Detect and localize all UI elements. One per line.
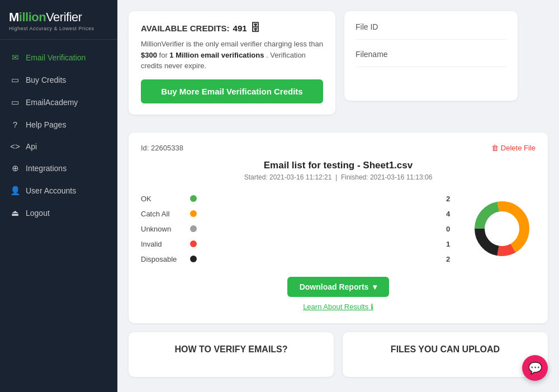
download-section: Download Reports ▾ Learn About Results ℹ — [141, 277, 536, 311]
sidebar-item-label: User Accounts — [26, 186, 76, 195]
how-to-verify-card: HOW TO VERIFY EMAILS? — [129, 332, 334, 377]
trash-icon: 🗑 — [491, 144, 499, 152]
sidebar-item-integrations[interactable]: ⊕ Integrations — [0, 157, 117, 180]
main-content: AVAILABLE CREDITS: 491 🗄 MillionVerifier… — [117, 0, 559, 392]
stat-row-catchall: Catch All 4 — [141, 206, 457, 221]
svg-point-5 — [486, 213, 518, 244]
credits-title: AVAILABLE CREDITS: 491 🗄 — [141, 22, 323, 34]
catchall-dot — [190, 210, 197, 217]
dropdown-arrow-icon: ▾ — [373, 282, 377, 291]
unknown-dot — [190, 225, 197, 232]
download-reports-button[interactable]: Download Reports ▾ — [287, 277, 390, 297]
sidebar-item-label: Buy Credits — [26, 75, 66, 84]
right-panel: File ID Filename — [344, 11, 518, 101]
email-icon: ✉ — [10, 53, 20, 63]
info-icon: ℹ — [371, 303, 373, 311]
user-icon: 👤 — [10, 186, 20, 196]
learn-about-results-link[interactable]: Learn About Results ℹ — [141, 303, 536, 311]
brand-verifier: Verifier — [46, 10, 82, 24]
file-id-field: File ID — [356, 22, 506, 40]
file-dates: Started: 2021-03-16 11:12:21 | Finished:… — [141, 173, 536, 181]
sidebar-item-help-pages[interactable]: ? Help Pages — [0, 114, 117, 135]
sidebar-item-label: Logout — [26, 209, 50, 218]
file-name: Email list for testing - Sheet1.csv — [141, 160, 536, 171]
filename-field: Filename — [356, 50, 506, 67]
logo: MillionVerifier Highest Accuracy & Lowes… — [0, 0, 117, 40]
stat-row-disposable: Disposable 2 — [141, 252, 457, 267]
file-id: Id: 22605338 — [141, 144, 183, 152]
files-upload-card: FILES YOU CAN UPLOAD — [343, 332, 548, 377]
invalid-dot — [190, 240, 197, 247]
file-card-header: Id: 22605338 🗑 Delete File — [141, 144, 536, 152]
sidebar: MillionVerifier Highest Accuracy & Lowes… — [0, 0, 117, 392]
sidebar-item-buy-credits[interactable]: ▭ Buy Credits — [0, 69, 117, 91]
credits-card: AVAILABLE CREDITS: 491 🗄 MillionVerifier… — [129, 11, 335, 115]
delete-file-link[interactable]: 🗑 Delete File — [491, 144, 536, 152]
api-icon: <> — [10, 141, 20, 151]
how-to-verify-title: HOW TO VERIFY EMAILS? — [141, 344, 321, 355]
stats-table: OK 2 Catch All 4 Unknown 0 Invalid — [141, 191, 457, 267]
sidebar-item-label: Help Pages — [26, 120, 66, 129]
credits-label: AVAILABLE CREDITS: — [141, 23, 230, 33]
credits-description: MillionVerifier is the only email verifi… — [141, 39, 323, 72]
ok-dot — [190, 195, 197, 202]
sidebar-item-email-verification[interactable]: ✉ Email Verification — [0, 46, 117, 69]
database-icon: 🗄 — [250, 22, 260, 34]
credit-card-icon: ▭ — [10, 75, 20, 85]
brand-million: Million — [9, 10, 46, 24]
stat-row-ok: OK 2 — [141, 191, 457, 206]
stat-row-invalid: Invalid 1 — [141, 237, 457, 252]
chat-icon: 💬 — [528, 361, 542, 375]
donut-chart — [468, 195, 536, 262]
stat-row-unknown: Unknown 0 — [141, 221, 457, 237]
sidebar-item-label: Integrations — [26, 164, 67, 173]
sidebar-item-label: Email Verification — [26, 53, 86, 62]
file-card: Id: 22605338 🗑 Delete File Email list fo… — [129, 133, 548, 323]
email-academy-icon: ▭ — [10, 97, 20, 107]
disposable-dot — [190, 256, 197, 262]
chat-button[interactable]: 💬 — [522, 355, 548, 381]
files-upload-title: FILES YOU CAN UPLOAD — [355, 344, 536, 355]
integrations-icon: ⊕ — [10, 163, 20, 173]
top-row: AVAILABLE CREDITS: 491 🗄 MillionVerifier… — [129, 11, 548, 124]
nav-menu: ✉ Email Verification ▭ Buy Credits ▭ Ema… — [0, 40, 117, 392]
logout-icon: ⏏ — [10, 208, 20, 218]
brand-name: MillionVerifier — [9, 10, 108, 25]
sidebar-item-label: EmailAcademy — [26, 98, 78, 107]
brand-tagline: Highest Accuracy & Lowest Prices — [9, 26, 108, 31]
buy-credits-button[interactable]: Buy More Email Verification Credits — [141, 79, 323, 103]
sidebar-item-label: Api — [26, 142, 37, 151]
file-content: OK 2 Catch All 4 Unknown 0 Invalid — [141, 191, 536, 267]
sidebar-item-api[interactable]: <> Api — [0, 135, 117, 157]
sidebar-item-user-accounts[interactable]: 👤 User Accounts — [0, 180, 117, 202]
sidebar-item-email-academy[interactable]: ▭ EmailAcademy — [0, 91, 117, 114]
sidebar-item-logout[interactable]: ⏏ Logout — [0, 202, 117, 224]
help-icon: ? — [10, 120, 20, 129]
credits-amount: 491 — [233, 23, 247, 33]
bottom-row: HOW TO VERIFY EMAILS? FILES YOU CAN UPLO… — [129, 332, 548, 377]
